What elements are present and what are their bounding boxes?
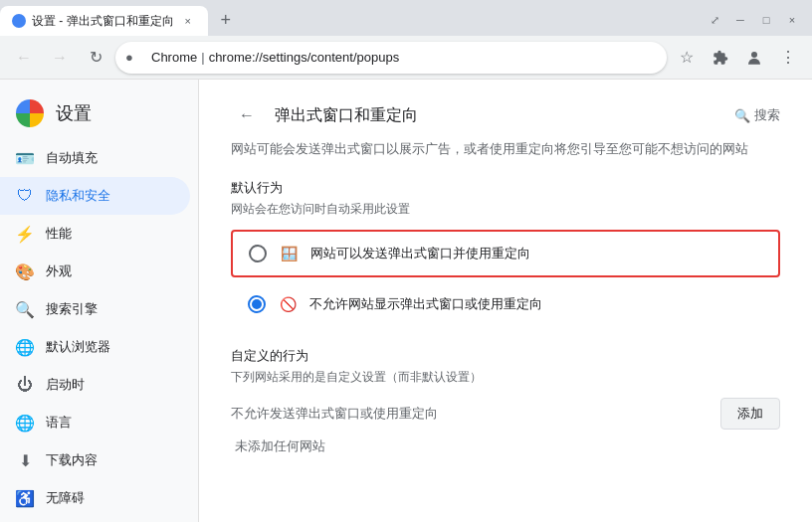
- sidebar-label-download: 下载内容: [46, 451, 98, 469]
- sidebar-icon-language: 🌐: [16, 414, 34, 432]
- sidebar-item-autofill[interactable]: 🪪 自动填充: [0, 139, 190, 177]
- minimize-button[interactable]: ─: [728, 8, 752, 32]
- sidebar-item-search[interactable]: 🔍 搜索引擎: [0, 290, 190, 328]
- custom-section: 自定义的行为 下列网站采用的是自定义设置（而非默认设置） 不允许发送弹出式窗口或…: [231, 347, 780, 455]
- address-separator: |: [201, 50, 204, 65]
- sidebar-item-system[interactable]: ⚙ 系统: [0, 517, 190, 522]
- sidebar-item-startup[interactable]: ⏻ 启动时: [0, 366, 190, 404]
- sidebar-icon-appearance: 🎨: [16, 262, 34, 280]
- reload-button[interactable]: ↻: [80, 42, 111, 74]
- default-section: 默认行为 网站会在您访问时自动采用此设置: [231, 179, 780, 218]
- content-search-button[interactable]: 🔍 搜索: [734, 106, 780, 124]
- sidebar-icon-startup: ⏻: [16, 376, 34, 394]
- tab-bar: 设置 - 弹出式窗口和重定向 × + ⤢ ─ □ ×: [0, 0, 812, 36]
- sidebar-label-language: 语言: [46, 414, 72, 432]
- search-icon: 🔍: [734, 108, 750, 123]
- address-brand: Chrome: [151, 50, 197, 65]
- page-description: 网站可能会发送弹出式窗口以展示广告，或者使用重定向将您引导至您可能不想访问的网站: [231, 139, 780, 159]
- sidebar-icon-performance: ⚡: [16, 225, 34, 243]
- sidebar-item-privacy[interactable]: 🛡 隐私和安全: [0, 177, 190, 215]
- default-section-subtitle: 网站会在您访问时自动采用此设置: [231, 201, 780, 218]
- address-path: chrome://settings/content/popups: [209, 50, 400, 65]
- content-header: ← 弹出式窗口和重定向 🔍 搜索: [231, 99, 780, 131]
- profile-button[interactable]: [738, 42, 770, 74]
- window-controls: ⤢ ─ □ ×: [695, 8, 812, 32]
- sidebar-label-performance: 性能: [46, 225, 72, 243]
- sidebar-item-language[interactable]: 🌐 语言: [0, 404, 190, 441]
- option-block[interactable]: 🚫 不允许网站显示弹出式窗口或使用重定向: [231, 281, 780, 327]
- sidebar-item-browser[interactable]: 🌐 默认浏览器: [0, 328, 190, 366]
- chrome-logo: [16, 99, 44, 127]
- sidebar-item-accessibility[interactable]: ♿ 无障碍: [0, 479, 190, 517]
- option-allow[interactable]: 🪟 网站可以发送弹出式窗口并使用重定向: [231, 230, 780, 277]
- custom-section-title: 自定义的行为: [231, 347, 780, 365]
- sidebar-icon-browser: 🌐: [16, 338, 34, 356]
- sidebar-icon-download: ⬇: [16, 451, 34, 469]
- sidebar-item-performance[interactable]: ⚡ 性能: [0, 215, 190, 253]
- sidebar-nav: 🪪 自动填充 🛡 隐私和安全 ⚡ 性能 🎨 外观 🔍 搜索引擎 🌐 默认浏览器 …: [0, 139, 198, 522]
- custom-section-subtitle: 下列网站采用的是自定义设置（而非默认设置）: [231, 369, 780, 386]
- main-layout: 设置 🪪 自动填充 🛡 隐私和安全 ⚡ 性能 🎨 外观 🔍 搜索引擎 🌐 默认浏…: [0, 80, 812, 522]
- bookmark-button[interactable]: ☆: [671, 42, 703, 74]
- option-icon-block: 🚫: [278, 294, 298, 314]
- browser-window: 设置 - 弹出式窗口和重定向 × + ⤢ ─ □ × ← → ↻ ● Chrom…: [0, 0, 812, 522]
- toolbar-actions: ☆ ⋮: [671, 42, 804, 74]
- sidebar-label-autofill: 自动填充: [46, 149, 98, 167]
- block-add-row: 不允许发送弹出式窗口或使用重定向 添加: [231, 398, 780, 430]
- menu-button[interactable]: ⋮: [772, 42, 804, 74]
- extend-button[interactable]: ⤢: [703, 8, 726, 32]
- sidebar-label-privacy: 隐私和安全: [46, 187, 110, 205]
- new-tab-button[interactable]: +: [212, 6, 240, 34]
- sidebar-icon-accessibility: ♿: [16, 489, 34, 507]
- address-security-icon: ●: [125, 50, 133, 65]
- sidebar-icon-privacy: 🛡: [16, 187, 34, 205]
- default-section-title: 默认行为: [231, 179, 780, 197]
- radio-block[interactable]: [248, 295, 266, 313]
- sidebar: 设置 🪪 自动填充 🛡 隐私和安全 ⚡ 性能 🎨 外观 🔍 搜索引擎 🌐 默认浏…: [0, 80, 199, 522]
- block-row-label: 不允许发送弹出式窗口或使用重定向: [231, 405, 438, 423]
- extensions-button[interactable]: [705, 42, 736, 74]
- sidebar-item-download[interactable]: ⬇ 下载内容: [0, 441, 190, 479]
- active-tab[interactable]: 设置 - 弹出式窗口和重定向 ×: [0, 6, 208, 36]
- sidebar-label-accessibility: 无障碍: [46, 489, 85, 507]
- back-button[interactable]: ←: [8, 42, 40, 74]
- sidebar-icon-autofill: 🪪: [16, 149, 34, 167]
- radio-allow[interactable]: [249, 245, 267, 262]
- options-container: 🪟 网站可以发送弹出式窗口并使用重定向 🚫 不允许网站显示弹出式窗口或使用重定向: [231, 230, 780, 327]
- toolbar: ← → ↻ ● Chrome | chrome://settings/conte…: [0, 36, 812, 80]
- address-bar[interactable]: ● Chrome | chrome://settings/content/pop…: [115, 42, 667, 74]
- option-label-block: 不允许网站显示弹出式窗口或使用重定向: [309, 295, 542, 313]
- sidebar-title: 设置: [56, 101, 92, 125]
- sidebar-label-appearance: 外观: [46, 262, 72, 280]
- option-label-allow: 网站可以发送弹出式窗口并使用重定向: [310, 245, 530, 262]
- sidebar-icon-search: 🔍: [16, 300, 34, 318]
- forward-button[interactable]: →: [44, 42, 76, 74]
- sidebar-label-startup: 启动时: [46, 376, 85, 394]
- search-label: 搜索: [754, 106, 780, 124]
- content-back-button[interactable]: ←: [231, 99, 263, 131]
- close-button[interactable]: ×: [780, 8, 804, 32]
- add-button[interactable]: 添加: [720, 398, 780, 430]
- tab-title: 设置 - 弹出式窗口和重定向: [32, 13, 174, 30]
- sidebar-label-browser: 默认浏览器: [46, 338, 110, 356]
- sidebar-label-search: 搜索引擎: [46, 300, 98, 318]
- empty-text: 未添加任何网站: [235, 437, 780, 455]
- tab-close-button[interactable]: ×: [180, 13, 196, 29]
- page-title: 弹出式窗口和重定向: [275, 105, 418, 126]
- tab-favicon: [12, 14, 26, 28]
- maximize-button[interactable]: □: [754, 8, 778, 32]
- svg-point-0: [751, 52, 757, 58]
- sidebar-header: 设置: [0, 87, 198, 139]
- sidebar-item-appearance[interactable]: 🎨 外观: [0, 253, 190, 290]
- content-area: ← 弹出式窗口和重定向 🔍 搜索 网站可能会发送弹出式窗口以展示广告，或者使用重…: [199, 80, 812, 522]
- option-icon-allow: 🪟: [279, 244, 299, 263]
